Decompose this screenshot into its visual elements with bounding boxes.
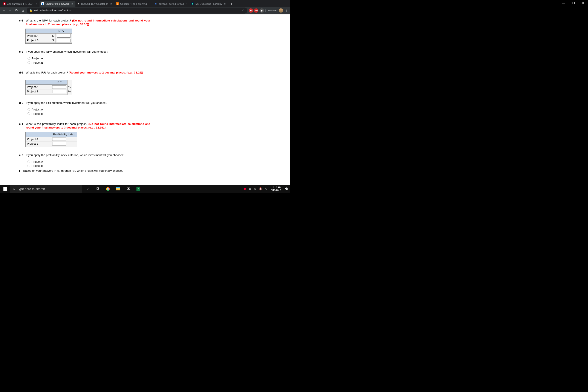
volume-mute-icon[interactable]: 🔇 (259, 187, 262, 190)
pi-header: Profitability index (51, 132, 77, 137)
chevron-up-icon[interactable]: ˄ (240, 187, 241, 190)
option-project-a[interactable]: Project A (28, 108, 151, 111)
radio-input[interactable] (28, 112, 30, 115)
google-favicon-icon: G (154, 2, 158, 5)
option-project-b[interactable]: Project B (28, 61, 151, 64)
pen-icon[interactable]: ✎ (264, 187, 267, 190)
tab-label: Chapter 9 Homework (45, 2, 70, 5)
system-tray: ˄ ⬢ ▭ ⚟ 🔇 ✎ 2:18 PM 10/10/2019 💬 (240, 186, 290, 192)
npv-input-a[interactable] (57, 34, 70, 38)
start-button[interactable] (0, 184, 10, 193)
option-project-a[interactable]: Project A (28, 160, 151, 164)
mcgraw-favicon-icon: ✱ (3, 2, 6, 5)
forward-button[interactable]: → (8, 8, 13, 13)
tab-assignments[interactable]: ✱ Assignments: FIN 3504 × (1, 1, 40, 7)
irr-input-a[interactable] (52, 85, 66, 89)
radio-input[interactable] (28, 61, 30, 64)
pi-choice-options: Project A Project B (28, 160, 151, 168)
radio-input[interactable] (28, 108, 30, 111)
address-bar[interactable]: 🔒 ezto.mheducation.com/hm.tpx ☆ (27, 8, 247, 14)
question-text: If you apply the NPV criterion, which in… (26, 50, 108, 54)
question-text: What is the profitability index for each… (26, 122, 150, 130)
table-footer-line (26, 42, 72, 44)
pi-input-b[interactable] (52, 142, 66, 146)
question-label: c-2 (19, 50, 25, 54)
irr-input-b[interactable] (52, 90, 66, 93)
npv-input-b[interactable] (57, 39, 70, 42)
file-explorer-icon[interactable] (114, 184, 123, 193)
action-center-icon[interactable]: 💬 (285, 187, 288, 190)
npv-header: NPV (51, 29, 72, 34)
wifi-icon[interactable]: ⚟ (254, 187, 256, 190)
battery-icon[interactable]: ▭ (248, 187, 251, 190)
cortana-icon[interactable]: ○ (83, 184, 92, 193)
new-tab-button[interactable]: + (229, 2, 234, 7)
windows-taskbar: ⌕ Type here to search ○ ⧉ ✉ X ˄ ⬢ ▭ ⚟ 🔇 … (0, 184, 290, 193)
tab-label: [Solved] Buy Coastal, In (81, 2, 108, 5)
clock-time: 2:18 PM (270, 186, 281, 189)
page-viewport[interactable]: c-1 What is the NPV for each project? (D… (0, 14, 290, 184)
bartleby-favicon-icon: b (191, 2, 194, 5)
mail-icon[interactable]: ✉ (124, 184, 133, 193)
browser-toolbar: ← → ⟳ ⌂ 🔒 ezto.mheducation.com/hm.tpx ☆ … (0, 7, 290, 14)
radio-input[interactable] (28, 160, 30, 163)
star-favicon-icon: ★ (77, 2, 80, 5)
profile-avatar[interactable] (279, 8, 283, 13)
npv-choice-options: Project A Project B (28, 56, 151, 64)
option-project-a[interactable]: Project A (28, 56, 151, 60)
dollar-sign: $ (51, 34, 55, 38)
irr-header: IRR (51, 80, 68, 85)
radio-input[interactable] (28, 164, 30, 167)
close-window-button[interactable]: × (578, 0, 588, 6)
maximize-button[interactable]: ❐ (568, 0, 578, 6)
divider: | (265, 9, 266, 12)
tab-chapter9[interactable]: ◐ Chapter 9 Homework × (40, 1, 76, 7)
question-label: e-1 (19, 122, 25, 130)
table-footer-line (26, 94, 68, 94)
extension-abp-icon[interactable]: ABP (254, 8, 258, 13)
homework-content: c-1 What is the NPV for each project? (D… (19, 14, 151, 178)
pi-table: Profitability index Project A Project B (25, 132, 77, 147)
npv-table: NPV Project A$ Project B$ (25, 28, 72, 44)
taskbar-clock[interactable]: 2:18 PM 10/10/2019 (270, 186, 282, 192)
table-footer-line (26, 146, 77, 147)
search-icon: ⌕ (13, 187, 15, 191)
row-project-a: Project A (26, 137, 51, 142)
row-project-a: Project A (26, 34, 51, 38)
mcafee-icon[interactable]: ⬢ (244, 187, 246, 190)
home-button[interactable]: ⌂ (20, 8, 26, 13)
option-project-b[interactable]: Project B (28, 164, 151, 168)
taskbar-search[interactable]: ⌕ Type here to search (10, 184, 82, 193)
radio-input[interactable] (28, 57, 30, 60)
minimize-button[interactable]: — (559, 0, 568, 6)
task-view-icon[interactable]: ⧉ (93, 184, 102, 193)
extension-generic-icon[interactable]: ◉ (260, 8, 264, 13)
tab-google[interactable]: G payback period formul × (153, 1, 190, 7)
lock-icon: 🔒 (29, 9, 32, 12)
question-label: e-2 (19, 153, 25, 157)
percent-sign: % (68, 85, 72, 89)
row-project-b: Project B (26, 38, 51, 42)
close-icon[interactable]: × (223, 2, 226, 5)
tab-bartleby[interactable]: b My Questions | bartleby × (190, 1, 228, 7)
close-icon[interactable]: × (71, 2, 74, 5)
reload-button[interactable]: ⟳ (14, 8, 19, 13)
chrome-icon[interactable] (103, 184, 112, 193)
close-icon[interactable]: × (148, 2, 151, 5)
back-button[interactable]: ← (1, 8, 6, 13)
chrome-menu-button[interactable]: ⋮ (284, 8, 288, 12)
bookmark-star-icon[interactable]: ☆ (242, 9, 245, 12)
close-icon[interactable]: × (35, 2, 38, 5)
tab-solved[interactable]: ★ [Solved] Buy Coastal, In × (76, 1, 114, 7)
tab-chegg[interactable]: C Consider The Following × (114, 1, 153, 7)
question-text: Based on your answers in (a) through (e)… (23, 169, 123, 172)
option-project-b[interactable]: Project B (28, 112, 151, 116)
excel-icon[interactable]: X (134, 184, 143, 193)
close-icon[interactable]: × (185, 2, 188, 5)
sync-paused-label[interactable]: Paused (268, 9, 276, 12)
close-icon[interactable]: × (110, 2, 112, 5)
extension-ublock-icon[interactable]: ◆ (249, 8, 253, 13)
question-text: If you apply the profitability index cri… (26, 153, 124, 157)
pi-input-a[interactable] (52, 138, 66, 141)
tab-label: Assignments: FIN 3504 (7, 2, 34, 5)
